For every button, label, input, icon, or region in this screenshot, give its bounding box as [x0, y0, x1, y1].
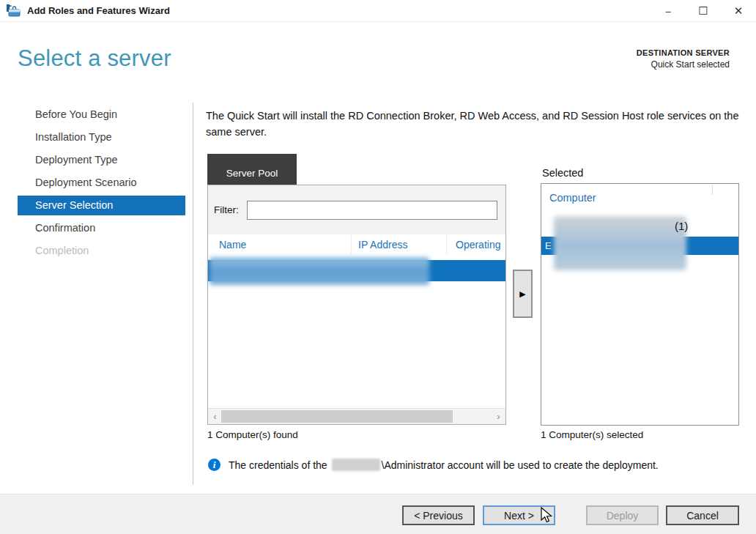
credentials-text-before: The credentials of the	[229, 459, 330, 471]
scrollbar-thumb[interactable]	[221, 410, 453, 423]
column-header-name[interactable]: Name	[219, 239, 246, 251]
page-title: Select a server	[18, 45, 171, 72]
filter-input[interactable]	[247, 201, 497, 220]
computers-found-status: 1 Computer(s) found	[207, 429, 298, 440]
sidebar-item-deployment-type[interactable]: Deployment Type	[18, 149, 185, 171]
wizard-steps-nav: Before You Begin Installation Type Deplo…	[18, 103, 185, 262]
previous-button[interactable]: < Previous	[402, 505, 475, 525]
destination-server-label: DESTINATION SERVER	[637, 48, 730, 57]
column-separator	[351, 234, 352, 254]
window-title: Add Roles and Features Wizard	[27, 5, 170, 16]
sidebar-divider	[193, 103, 193, 485]
minimize-icon[interactable]: –	[651, 0, 686, 22]
wizard-footer: < Previous Next > Deploy Cancel	[0, 494, 756, 534]
server-pool-table: Name IP Address Operating	[208, 234, 505, 409]
credentials-info-text: The credentials of the \Administrator ac…	[229, 459, 659, 471]
info-icon: i	[208, 459, 220, 471]
cancel-button[interactable]: Cancel	[666, 505, 739, 525]
column-separator	[712, 185, 713, 195]
tab-server-pool[interactable]: Server Pool	[207, 154, 297, 185]
sidebar-item-server-selection[interactable]: Server Selection	[18, 196, 185, 215]
page-description: The Quick Start will install the RD Conn…	[206, 108, 746, 141]
scroll-left-icon[interactable]: ‹	[209, 409, 221, 424]
column-header-ip-address[interactable]: IP Address	[358, 239, 407, 251]
computers-selected-status: 1 Computer(s) selected	[541, 429, 643, 440]
group-count-badge: (1)	[675, 220, 688, 232]
destination-server-value: Quick Start selected	[637, 59, 730, 70]
server-name-redaction	[210, 257, 429, 285]
destination-server-block: DESTINATION SERVER Quick Start selected	[637, 48, 730, 70]
maximize-icon[interactable]: ☐	[686, 0, 721, 22]
mouse-cursor-icon	[540, 507, 556, 524]
titlebar: Add Roles and Features Wizard – ☐ ✕	[0, 0, 756, 22]
sidebar-item-confirmation[interactable]: Confirmation	[18, 217, 185, 240]
server-pool-panel: Filter: Name IP Address Operating ‹ ›	[207, 185, 506, 425]
sidebar-item-installation-type[interactable]: Installation Type	[18, 126, 185, 149]
add-server-button[interactable]: ▶	[513, 270, 533, 318]
close-icon[interactable]: ✕	[721, 0, 756, 22]
horizontal-scrollbar[interactable]: ‹ ›	[209, 408, 505, 423]
sidebar-item-deployment-scenario[interactable]: Deployment Scenario	[18, 171, 185, 194]
wizard-window: Add Roles and Features Wizard – ☐ ✕ Sele…	[0, 0, 756, 534]
right-arrow-icon: ▶	[519, 289, 525, 299]
selected-computers-list: Computer E (1)	[541, 183, 739, 426]
column-separator	[446, 234, 447, 254]
filter-label: Filter:	[214, 204, 239, 215]
computer-name-redaction	[554, 216, 686, 270]
scroll-right-icon[interactable]: ›	[492, 409, 505, 424]
column-header-operating-system[interactable]: Operating	[456, 239, 500, 251]
deploy-button: Deploy	[586, 505, 659, 525]
selected-panel-label: Selected	[542, 167, 583, 179]
column-header-computer[interactable]: Computer	[549, 192, 596, 204]
wizard-app-icon	[7, 4, 21, 17]
credentials-info-row: i The credentials of the \Administrator …	[208, 459, 659, 471]
sidebar-item-before-you-begin[interactable]: Before You Begin	[18, 103, 185, 126]
credentials-text-after: \Administrator account will be used to c…	[382, 459, 659, 471]
domain-redaction	[332, 459, 380, 471]
sidebar-item-completion: Completion	[18, 240, 185, 262]
